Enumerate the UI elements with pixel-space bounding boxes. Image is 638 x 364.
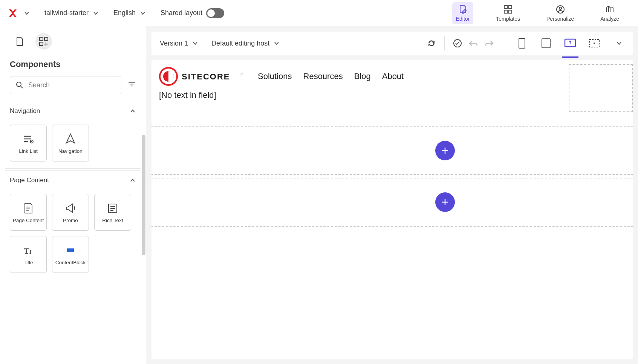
svg-rect-1 — [509, 6, 512, 9]
svg-rect-0 — [504, 6, 507, 9]
site-header: SITECORE Solutions Resources Blog About — [151, 60, 633, 86]
separator — [502, 36, 502, 50]
scrollbar-thumb[interactable] — [142, 135, 145, 255]
empty-text-field[interactable]: [No text in field] — [151, 86, 633, 105]
page-content-icon — [22, 202, 35, 215]
undo-icon — [468, 38, 479, 49]
title-icon: TT — [22, 244, 35, 257]
editor-icon — [458, 5, 468, 14]
chevron-down-icon — [192, 40, 199, 47]
shared-layout-toggle[interactable] — [206, 8, 224, 18]
chevron-down-icon — [92, 10, 99, 17]
approve-button[interactable] — [452, 38, 463, 49]
chevron-down-icon — [273, 40, 280, 47]
component-content-block[interactable]: ContentBlock — [52, 236, 89, 273]
search-input[interactable] — [28, 81, 116, 89]
canvas[interactable]: SITECORE Solutions Resources Blog About … — [151, 60, 633, 359]
drop-zone-2[interactable] — [151, 178, 633, 227]
drop-zone-1[interactable] — [151, 126, 633, 175]
component-title[interactable]: TT Title — [10, 236, 47, 273]
device-mobile[interactable] — [514, 35, 530, 52]
sitecore-logo-icon — [159, 67, 178, 86]
site-nav: Solutions Resources Blog About — [258, 72, 404, 81]
section-page-content-header[interactable]: Page Content — [5, 171, 141, 190]
host-select[interactable]: Default editing host — [211, 40, 280, 47]
site-select[interactable]: tailwind-starter — [44, 9, 99, 17]
version-select[interactable]: Version 1 — [160, 40, 199, 47]
search-box[interactable] — [10, 76, 121, 94]
sidebar-tab-components[interactable] — [35, 33, 52, 50]
fullscreen-icon — [589, 39, 600, 48]
device-tabs — [514, 35, 624, 52]
tab-personalize[interactable]: Personalize — [543, 2, 578, 24]
device-more[interactable] — [614, 38, 624, 49]
desktop-icon — [564, 38, 576, 48]
page-icon — [14, 36, 25, 47]
app-menu-chevron[interactable] — [23, 10, 30, 17]
shared-layout-label: Shared layout — [161, 9, 202, 17]
component-rich-text[interactable]: Rich Text — [94, 194, 131, 231]
add-component-button-2[interactable] — [435, 192, 455, 212]
sidebar-tab-page[interactable] — [11, 33, 28, 50]
main: Components Navigation — [0, 26, 638, 364]
component-promo-label: Promo — [61, 218, 80, 223]
svg-rect-7 — [40, 37, 43, 41]
canvas-toolbar-right — [426, 35, 624, 52]
svg-point-10 — [17, 82, 21, 87]
component-link-list[interactable]: Link List — [10, 125, 47, 161]
svg-text:SITECORE: SITECORE — [182, 72, 230, 81]
nav-solutions[interactable]: Solutions — [258, 72, 292, 81]
section-navigation-header[interactable]: Navigation — [5, 101, 141, 121]
sidebar-tabs — [0, 26, 146, 54]
tab-analyze[interactable]: Analyze — [597, 2, 623, 24]
section-navigation-body: Link List Navigation — [5, 121, 141, 169]
sidebar: Components Navigation — [0, 26, 146, 364]
tab-editor[interactable]: Editor — [452, 2, 474, 24]
redo-button[interactable] — [484, 38, 494, 49]
redo-icon — [484, 38, 494, 49]
link-list-icon — [22, 133, 35, 145]
undo-button[interactable] — [468, 38, 479, 49]
device-tablet[interactable] — [538, 35, 554, 52]
sections: Navigation Link List Navigation — [0, 101, 146, 364]
search-icon — [15, 81, 24, 89]
component-page-content[interactable]: Page Content — [10, 194, 47, 231]
section-page-content: Page Content Page Content Promo — [5, 170, 141, 280]
section-navigation: Navigation Link List Navigation — [5, 101, 141, 169]
tab-editor-label: Editor — [456, 16, 470, 22]
nav-about[interactable]: About — [382, 72, 404, 81]
navigation-icon — [64, 133, 77, 145]
nav-blog[interactable]: Blog — [354, 72, 371, 81]
sidebar-title: Components — [0, 54, 146, 73]
device-fullscreen[interactable] — [586, 35, 603, 52]
canvas-toolbar: Version 1 Default editing host — [151, 32, 633, 55]
personalize-icon — [555, 5, 565, 14]
component-content-block-label: ContentBlock — [54, 260, 87, 265]
nav-resources[interactable]: Resources — [303, 72, 343, 81]
component-promo[interactable]: Promo — [52, 194, 89, 231]
device-desktop[interactable] — [562, 35, 578, 52]
host-select-label: Default editing host — [211, 40, 269, 47]
svg-rect-18 — [542, 39, 550, 48]
svg-point-21 — [594, 43, 595, 44]
refresh-button[interactable] — [426, 38, 437, 49]
tablet-icon — [541, 38, 551, 49]
plus-icon — [441, 146, 449, 155]
tab-analyze-label: Analyze — [600, 16, 619, 22]
filter-button[interactable] — [127, 80, 136, 90]
separator — [444, 36, 445, 50]
filter-icon — [127, 80, 136, 88]
search-row — [0, 73, 146, 101]
svg-rect-9 — [40, 42, 43, 46]
drop-zone-top-right[interactable] — [569, 64, 633, 112]
chevron-up-icon — [129, 108, 136, 114]
app-logo-icon — [8, 8, 18, 18]
tab-templates[interactable]: Templates — [492, 2, 524, 24]
component-page-content-label: Page Content — [11, 218, 46, 223]
add-component-button-1[interactable] — [435, 141, 455, 160]
svg-text:T: T — [29, 249, 32, 255]
language-select[interactable]: English — [113, 9, 146, 17]
components-icon — [38, 36, 49, 47]
mode-tabs: Editor Templates Personalize Analyze — [452, 2, 630, 24]
component-navigation[interactable]: Navigation — [52, 125, 89, 161]
